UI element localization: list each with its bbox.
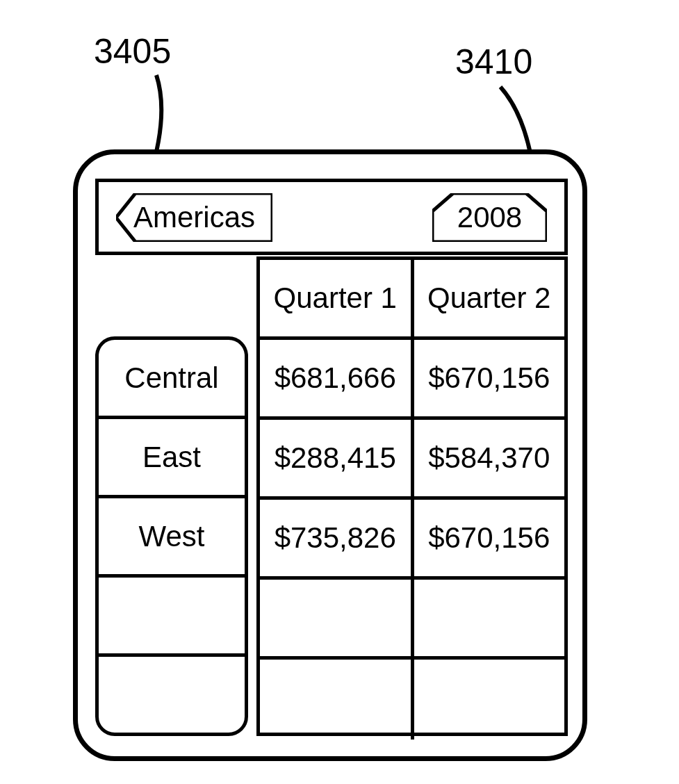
- data-grid: Quarter 1 Quarter 2 $681,666 $670,156 $2…: [95, 256, 568, 736]
- filter-region-label: Americas: [133, 201, 255, 234]
- data-cell: $670,156: [414, 340, 565, 420]
- table-row: $735,826 $670,156: [260, 500, 564, 580]
- row-header: Central: [99, 340, 245, 419]
- data-cell: [414, 580, 565, 660]
- filter-year-label: 2008: [457, 201, 522, 234]
- column-header-row: Quarter 1 Quarter 2: [260, 260, 564, 340]
- data-cell: [414, 660, 565, 740]
- device-frame: Americas 2008 Quarter 1 Quarter 2 $681,6…: [73, 149, 587, 761]
- table-row: [260, 660, 564, 740]
- data-cell: [260, 660, 414, 740]
- data-cell: $584,370: [414, 420, 565, 500]
- filter-bar: Americas 2008: [95, 179, 568, 255]
- table-row: [260, 580, 564, 660]
- data-cell: $670,156: [414, 500, 565, 580]
- column-header: Quarter 1: [260, 260, 414, 340]
- row-header: West: [99, 498, 245, 578]
- row-header: East: [99, 419, 245, 498]
- data-cells: Quarter 1 Quarter 2 $681,666 $670,156 $2…: [256, 256, 568, 736]
- row-labels: Central East West: [95, 336, 248, 736]
- data-cell: [260, 580, 414, 660]
- row-header: [99, 578, 245, 657]
- filter-region-tag[interactable]: Americas: [116, 193, 272, 242]
- data-cell: $735,826: [260, 500, 414, 580]
- data-cell: $288,415: [260, 420, 414, 500]
- filter-year-tag[interactable]: 2008: [432, 193, 547, 242]
- table-row: $681,666 $670,156: [260, 340, 564, 420]
- data-cell: $681,666: [260, 340, 414, 420]
- row-header: [99, 657, 245, 733]
- column-header: Quarter 2: [414, 260, 565, 340]
- table-row: $288,415 $584,370: [260, 420, 564, 500]
